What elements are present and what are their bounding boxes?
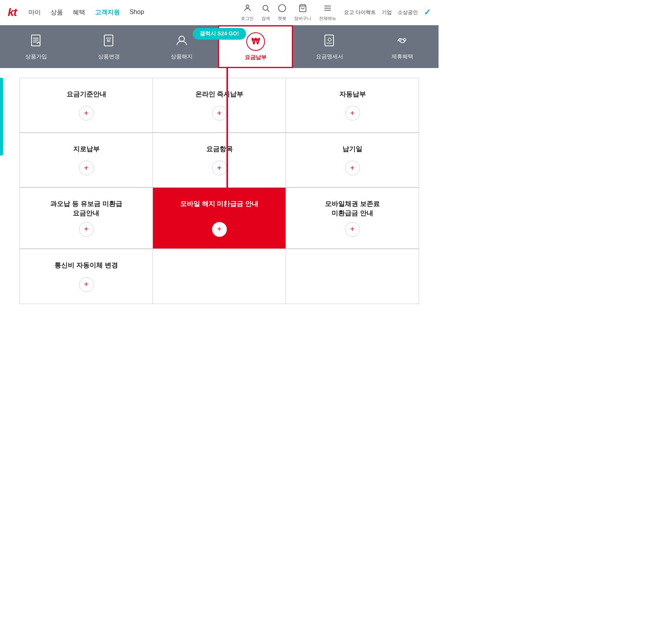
- due-date-cell[interactable]: 납기일 +: [286, 133, 419, 187]
- grid-row-last: 통신비 자동이체 변경 +: [19, 249, 419, 304]
- overpay-plus[interactable]: +: [79, 222, 94, 237]
- fee-guide-cell[interactable]: 요금기준안내 +: [20, 78, 153, 133]
- overpay-title: 과오납 등 유보금 미환급요금안내: [50, 199, 122, 218]
- main-navigation: 마이 상품 혜택 고객지원 Shop: [28, 9, 144, 17]
- svg-point-0: [246, 5, 249, 7]
- chatbot-icon-item[interactable]: 챗봇: [278, 4, 286, 21]
- partnership-icon: [395, 33, 409, 50]
- search-label: 검색: [261, 16, 270, 21]
- service-product-change[interactable]: kt 상품변경: [73, 25, 146, 68]
- menu-label: 전체메뉴: [319, 16, 336, 21]
- cart-label: 장바구니: [294, 16, 311, 21]
- svg-point-1: [263, 5, 268, 10]
- service-partnership-label: 제휴혜택: [391, 53, 413, 60]
- small-business-link[interactable]: 소상공인: [398, 9, 418, 16]
- mobile-cancel-refund-title: 모바일 해지 미환급금 안내: [180, 199, 258, 209]
- top-nav: kt 마이 상품 혜택 고객지원 Shop 로그인 검색: [0, 0, 439, 25]
- service-product-join[interactable]: 상품가입: [0, 25, 73, 68]
- svg-line-2: [268, 10, 270, 12]
- search-icon-item[interactable]: 검색: [261, 4, 270, 21]
- giro-pay-cell[interactable]: 지로납부 +: [20, 133, 153, 187]
- fee-guide-plus[interactable]: +: [79, 106, 94, 121]
- service-product-change-label: 상품변경: [98, 53, 120, 60]
- auto-pay-plus[interactable]: +: [345, 106, 360, 121]
- yogo-direct-link[interactable]: 요고 다이렉트: [344, 9, 376, 16]
- due-date-title: 납기일: [342, 145, 362, 154]
- due-date-plus[interactable]: +: [345, 161, 360, 175]
- empty-cell-1: [153, 249, 286, 304]
- icon-navigation: 로그인 검색 챗봇 장바: [241, 4, 336, 21]
- grid-row-3: 과오납 등 유보금 미환급요금안내 + 모바일 해지 미환급금 안내 + 모바일…: [19, 187, 419, 249]
- online-pay-cell[interactable]: 온라인 즉시납부 +: [153, 78, 286, 133]
- service-fee-payment-label: 요금납부: [245, 54, 267, 61]
- svg-text:kt: kt: [107, 38, 111, 43]
- auto-transfer-plus[interactable]: +: [79, 277, 94, 292]
- mobile-cancel-refund-cell[interactable]: 모바일 해지 미환급금 안내 +: [153, 188, 286, 249]
- kt-logo[interactable]: kt: [8, 6, 17, 19]
- svg-point-14: [179, 36, 184, 42]
- login-label: 로그인: [241, 16, 254, 21]
- chatbot-label: 챗봇: [278, 16, 286, 21]
- empty-cell-2: [286, 249, 419, 304]
- product-cancel-icon: [175, 33, 189, 50]
- nav-support[interactable]: 고객지원: [95, 9, 120, 17]
- nav-shop[interactable]: Shop: [130, 9, 144, 17]
- cart-icon: [298, 4, 307, 15]
- service-bill[interactable]: 요금명세서: [293, 25, 366, 68]
- mobile-bond-refund-cell[interactable]: 모바일채권 보존료미환급금 안내 +: [286, 188, 419, 249]
- service-bill-label: 요금명세서: [316, 53, 343, 60]
- fee-guide-title: 요금기준안내: [67, 90, 106, 99]
- galaxy-banner[interactable]: 갤럭시 S24 GO!: [193, 28, 246, 40]
- online-pay-plus[interactable]: +: [212, 106, 227, 121]
- fee-item-plus[interactable]: +: [212, 161, 227, 175]
- service-product-join-label: 상품가입: [25, 53, 47, 60]
- mobile-cancel-refund-plus[interactable]: +: [212, 222, 227, 237]
- nav-mai[interactable]: 마이: [28, 9, 41, 17]
- product-join-icon: [29, 33, 43, 50]
- grid-row-2: 지로납부 + 요금항목 + 납기일 +: [19, 133, 419, 187]
- service-product-cancel-label: 상품해지: [171, 53, 193, 60]
- fee-item-title: 요금항목: [206, 145, 233, 154]
- giro-pay-plus[interactable]: +: [79, 161, 94, 175]
- right-navigation: 요고 다이렉트 기업 소상공인 ✓: [344, 7, 431, 17]
- vip-icon: ✓: [424, 7, 431, 17]
- chatbot-icon: [278, 4, 286, 15]
- grid-row-1: 요금기준안내 + 온라인 즉시납부 + 자동납부 +: [19, 78, 419, 133]
- auto-transfer-title: 통신비 자동이체 변경: [54, 261, 118, 270]
- auto-pay-cell[interactable]: 자동납부 +: [286, 78, 419, 133]
- search-icon: [261, 4, 270, 15]
- giro-pay-title: 지로납부: [73, 145, 100, 154]
- person-icon: [243, 4, 252, 15]
- left-accent-bar: [0, 78, 3, 156]
- overpay-cell[interactable]: 과오납 등 유보금 미환급요금안내 +: [20, 188, 153, 249]
- menu-icon-item[interactable]: 전체메뉴: [319, 4, 336, 21]
- svg-point-16: [328, 38, 331, 41]
- auto-transfer-cell[interactable]: 통신비 자동이체 변경 +: [20, 249, 153, 304]
- product-change-icon: kt: [102, 33, 116, 50]
- mobile-bond-refund-plus[interactable]: +: [345, 222, 360, 237]
- login-icon-item[interactable]: 로그인: [241, 4, 254, 21]
- hamburger-icon: [323, 4, 332, 15]
- service-partnership[interactable]: 제휴혜택: [366, 25, 439, 68]
- online-pay-title: 온라인 즉시납부: [195, 90, 244, 99]
- won-icon: ₩: [246, 32, 265, 51]
- svg-rect-15: [325, 35, 333, 46]
- nav-benefit[interactable]: 혜택: [73, 9, 85, 17]
- mobile-bond-refund-title: 모바일채권 보존료미환급금 안내: [325, 199, 380, 218]
- menu-grid: 요금기준안내 + 온라인 즉시납부 + 자동납부 + 지로납부 + 요금항목 +: [0, 68, 439, 312]
- bill-icon: [323, 33, 337, 50]
- business-link[interactable]: 기업: [382, 9, 392, 16]
- auto-pay-title: 자동납부: [339, 90, 366, 99]
- fee-item-cell[interactable]: 요금항목 +: [153, 133, 286, 187]
- cart-icon-item[interactable]: 장바구니: [294, 4, 311, 21]
- nav-product[interactable]: 상품: [51, 9, 63, 17]
